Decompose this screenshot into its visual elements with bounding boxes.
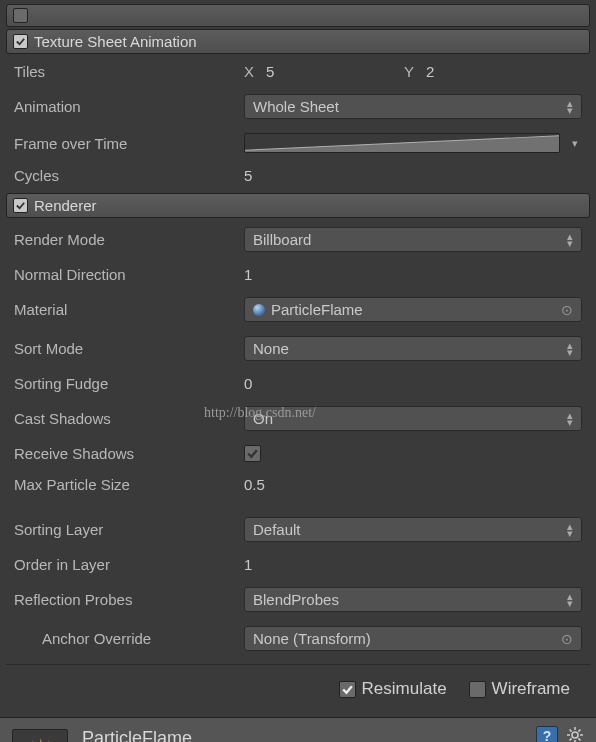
renderer-checkbox[interactable] bbox=[13, 198, 28, 213]
receive-shadows-checkbox[interactable] bbox=[244, 445, 261, 462]
anchor-override-row: Anchor Override None (Transform) ⊙ bbox=[6, 619, 590, 658]
cast-shadows-label: Cast Shadows bbox=[14, 410, 244, 427]
receive-shadows-row: Receive Shadows bbox=[6, 438, 590, 469]
max-particle-size-field[interactable]: 0.5 bbox=[244, 476, 265, 493]
sorting-layer-label: Sorting Layer bbox=[14, 521, 244, 538]
renderer-module-header[interactable]: Renderer bbox=[6, 193, 590, 218]
render-mode-dropdown[interactable]: Billboard ▴▾ bbox=[244, 227, 582, 252]
dropdown-arrows-icon: ▴▾ bbox=[567, 100, 573, 114]
resimulate-label: Resimulate bbox=[362, 679, 447, 699]
renderer-title: Renderer bbox=[34, 197, 97, 214]
cast-shadows-dropdown[interactable]: On ▴▾ bbox=[244, 406, 582, 431]
animation-label: Animation bbox=[14, 98, 244, 115]
tiles-x-field[interactable]: 5 bbox=[266, 63, 396, 80]
x-label: X bbox=[244, 63, 254, 80]
tiles-row: Tiles X 5 Y 2 bbox=[6, 56, 590, 87]
material-name: ParticleFlame bbox=[82, 728, 584, 742]
sort-mode-dropdown[interactable]: None ▴▾ bbox=[244, 336, 582, 361]
material-row: Material ParticleFlame ⊙ bbox=[6, 290, 590, 329]
texture-sheet-checkbox[interactable] bbox=[13, 34, 28, 49]
sort-mode-label: Sort Mode bbox=[14, 340, 244, 357]
receive-shadows-label: Receive Shadows bbox=[14, 445, 244, 462]
gear-icon[interactable] bbox=[566, 726, 584, 742]
reflection-probes-dropdown[interactable]: BlendProbes ▴▾ bbox=[244, 587, 582, 612]
material-section: ▸ ParticleFlame Shader Particles/Alpha B… bbox=[0, 717, 596, 742]
animation-row: Animation Whole Sheet ▴▾ bbox=[6, 87, 590, 126]
material-field[interactable]: ParticleFlame ⊙ bbox=[244, 297, 582, 322]
frame-over-time-label: Frame over Time bbox=[14, 135, 244, 152]
dropdown-arrows-icon: ▴▾ bbox=[567, 523, 573, 537]
order-in-layer-label: Order in Layer bbox=[14, 556, 244, 573]
sub-emitters-module-header[interactable] bbox=[6, 4, 590, 27]
max-particle-size-row: Max Particle Size 0.5 bbox=[6, 469, 590, 500]
sorting-layer-dropdown[interactable]: Default ▴▾ bbox=[244, 517, 582, 542]
max-particle-size-label: Max Particle Size bbox=[14, 476, 244, 493]
texture-sheet-module-header[interactable]: Texture Sheet Animation bbox=[6, 29, 590, 54]
cycles-field[interactable]: 5 bbox=[244, 167, 252, 184]
render-mode-row: Render Mode Billboard ▴▾ bbox=[6, 220, 590, 259]
curve-options-icon[interactable]: ▾ bbox=[568, 137, 582, 150]
object-picker-icon[interactable]: ⊙ bbox=[561, 631, 573, 647]
sorting-fudge-field[interactable]: 0 bbox=[244, 375, 252, 392]
y-label: Y bbox=[404, 63, 414, 80]
frame-over-time-curve[interactable] bbox=[244, 133, 560, 153]
wireframe-label: Wireframe bbox=[492, 679, 570, 699]
anchor-override-field[interactable]: None (Transform) ⊙ bbox=[244, 626, 582, 651]
sort-mode-row: Sort Mode None ▴▾ bbox=[6, 329, 590, 368]
tiles-y-field[interactable]: 2 bbox=[426, 63, 434, 80]
material-preview[interactable] bbox=[12, 729, 68, 743]
texture-sheet-title: Texture Sheet Animation bbox=[34, 33, 197, 50]
reflection-probes-row: Reflection Probes BlendProbes ▴▾ bbox=[6, 580, 590, 619]
normal-direction-field[interactable]: 1 bbox=[244, 266, 252, 283]
module-checkbox[interactable] bbox=[13, 8, 28, 23]
resimulate-checkbox[interactable] bbox=[339, 681, 356, 698]
dropdown-arrows-icon: ▴▾ bbox=[567, 342, 573, 356]
anchor-override-label: Anchor Override bbox=[14, 630, 244, 647]
reflection-probes-label: Reflection Probes bbox=[14, 591, 244, 608]
wireframe-checkbox[interactable] bbox=[469, 681, 486, 698]
sorting-fudge-label: Sorting Fudge bbox=[14, 375, 244, 392]
order-in-layer-field[interactable]: 1 bbox=[244, 556, 252, 573]
cycles-label: Cycles bbox=[14, 167, 244, 184]
normal-direction-row: Normal Direction 1 bbox=[6, 259, 590, 290]
render-mode-label: Render Mode bbox=[14, 231, 244, 248]
dropdown-arrows-icon: ▴▾ bbox=[567, 233, 573, 247]
dropdown-arrows-icon: ▴▾ bbox=[567, 593, 573, 607]
dropdown-arrows-icon: ▴▾ bbox=[567, 412, 573, 426]
tiles-label: Tiles bbox=[14, 63, 244, 80]
svg-point-0 bbox=[572, 732, 578, 738]
normal-direction-label: Normal Direction bbox=[14, 266, 244, 283]
material-icon bbox=[253, 304, 265, 316]
animation-dropdown[interactable]: Whole Sheet ▴▾ bbox=[244, 94, 582, 119]
resimulate-toggle[interactable]: Resimulate bbox=[339, 679, 447, 699]
sorting-layer-row: Sorting Layer Default ▴▾ bbox=[6, 510, 590, 549]
frame-over-time-row: Frame over Time ▾ bbox=[6, 126, 590, 160]
material-label: Material bbox=[14, 301, 244, 318]
sorting-fudge-row: Sorting Fudge 0 bbox=[6, 368, 590, 399]
simulation-options: Resimulate Wireframe bbox=[6, 664, 590, 713]
cycles-row: Cycles 5 bbox=[6, 160, 590, 191]
order-in-layer-row: Order in Layer 1 bbox=[6, 549, 590, 580]
wireframe-toggle[interactable]: Wireframe bbox=[469, 679, 570, 699]
cast-shadows-row: Cast Shadows http://blog.csdn.net/ On ▴▾ bbox=[6, 399, 590, 438]
object-picker-icon[interactable]: ⊙ bbox=[561, 302, 573, 318]
help-icon[interactable]: ? bbox=[536, 726, 558, 742]
